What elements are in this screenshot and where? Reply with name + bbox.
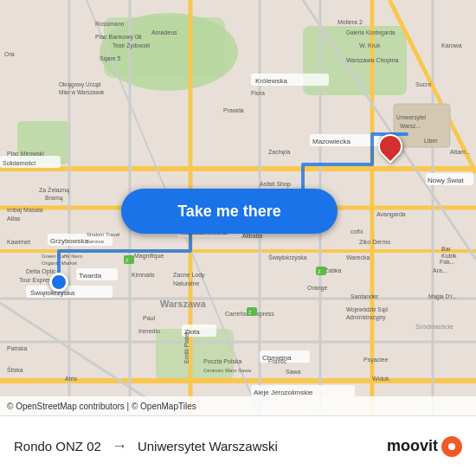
svg-text:Inmedio: Inmedio [138, 328, 160, 334]
svg-text:Atris: Atris [65, 376, 78, 382]
svg-text:Nowy Świat: Nowy Świat [428, 177, 465, 184]
svg-text:Ż: Ż [248, 310, 252, 315]
svg-text:Zacne Lody: Zacne Lody [173, 272, 205, 279]
destination-marker [378, 134, 402, 158]
svg-text:Warecka: Warecka [346, 254, 370, 261]
svg-text:Widok: Widok [372, 376, 389, 382]
svg-text:Świętokrzyska: Świętokrzyska [268, 254, 307, 261]
svg-text:cofix: cofix [351, 228, 363, 235]
svg-text:Plac Mirowski: Plac Mirowski [7, 151, 44, 157]
svg-text:Ż: Ż [125, 258, 129, 263]
svg-text:Ara...: Ara... [433, 267, 447, 273]
svg-text:W. Kruk: W. Kruk [359, 42, 381, 48]
svg-text:Sucre: Sucre [415, 81, 431, 87]
svg-text:Green Caffè Nero: Green Caffè Nero [42, 254, 83, 259]
route-arrow: → [112, 437, 127, 455]
svg-text:Kubik: Kubik [441, 253, 457, 259]
svg-text:Aleje Jerozolimskie: Aleje Jerozolimskie [254, 389, 313, 396]
svg-text:Liber: Liber [424, 138, 438, 144]
route-origin: Rondo ONZ 02 [14, 439, 101, 453]
svg-text:Rossmann: Rossmann [95, 21, 125, 27]
svg-text:Miar w Warszawie: Miar w Warszawie [59, 89, 105, 95]
svg-text:Centrum Wars Sawa: Centrum Wars Sawa [203, 368, 252, 373]
svg-text:Warszawa: Warszawa [160, 299, 207, 309]
svg-text:Ż: Ż [318, 269, 321, 274]
svg-text:Okręgowy Urząd: Okręgowy Urząd [59, 81, 101, 88]
svg-text:Poczta Polska: Poczta Polska [203, 358, 241, 364]
svg-text:Magnifique: Magnifique [134, 253, 164, 260]
svg-text:Atlas: Atlas [7, 215, 21, 222]
svg-text:Naturalne: Naturalne [173, 280, 199, 286]
svg-text:Warszawa Chopina: Warszawa Chopina [346, 57, 399, 64]
bottom-bar: Rondo ONZ 02 → Uniwersytet Warszawski mo… [0, 415, 476, 476]
svg-text:Flora: Flora [251, 90, 265, 96]
svg-text:Pańska: Pańska [7, 345, 27, 351]
svg-text:Sawa: Sawa [286, 369, 301, 375]
svg-text:Śródmieście: Śródmieście [415, 323, 454, 331]
svg-text:Amadeus: Amadeus [151, 29, 177, 35]
svg-text:Za Żelazną: Za Żelazną [39, 186, 69, 194]
svg-text:Frantic: Frantic [268, 358, 287, 364]
svg-text:Santander: Santander [351, 293, 379, 299]
moovit-icon [441, 436, 462, 457]
svg-text:Grzybowska: Grzybowska [50, 237, 89, 245]
svg-text:Service: Service [87, 239, 105, 244]
svg-text:Sqare 5: Sqare 5 [100, 55, 121, 62]
svg-text:Wojewódzki Sąd: Wojewódzki Sąd [346, 306, 388, 313]
svg-text:Moliera 2: Moliera 2 [338, 19, 363, 25]
svg-text:Paul: Paul [143, 315, 155, 321]
svg-text:Żabka: Żabka [325, 267, 342, 273]
svg-text:Emilii Plater: Emilii Plater [183, 331, 190, 363]
map-container: Królewska Świętokrzyska Marszałkowska Ma… [0, 0, 476, 415]
svg-text:Plac Bankowy 08: Plac Bankowy 08 [95, 34, 142, 41]
svg-text:Warsz...: Warsz... [400, 123, 421, 129]
svg-text:Shalom Travel: Shalom Travel [87, 232, 119, 237]
svg-text:Uniwersytet: Uniwersytet [396, 114, 426, 121]
svg-text:Bar: Bar [441, 246, 452, 252]
svg-text:Królewska: Królewska [255, 77, 287, 85]
svg-text:Galeria Kordegarda: Galeria Kordegarda [346, 29, 396, 36]
svg-text:Administracyjny: Administracyjny [346, 314, 386, 321]
svg-text:Karowa: Karowa [441, 42, 462, 48]
map-attribution: © OpenStreetMap contributors | © OpenMap… [0, 396, 476, 415]
svg-text:Mazowiecka: Mazowiecka [312, 138, 351, 145]
svg-text:Psyaclee: Psyaclee [363, 357, 389, 363]
svg-text:Zachęta: Zachęta [268, 149, 290, 156]
moovit-wordmark: moovit [387, 437, 438, 455]
svg-text:Altam...: Altam... [450, 149, 471, 155]
take-me-there-button[interactable]: Take me there [121, 189, 338, 234]
svg-text:Kimnails: Kimnails [132, 272, 155, 278]
svg-text:Kawimet: Kawimet [7, 239, 30, 245]
svg-text:Asfalt Shop: Asfalt Shop [260, 181, 291, 188]
svg-text:Teatr Żydowski: Teatr Żydowski [113, 42, 150, 49]
svg-text:Solidarności: Solidarności [3, 160, 36, 166]
svg-text:Imbaj Masala: Imbaj Masala [7, 207, 43, 214]
svg-text:Orange: Orange [307, 285, 327, 292]
origin-marker [49, 273, 68, 292]
svg-text:Ora: Ora [4, 51, 15, 57]
svg-text:Avangarda: Avangarda [376, 211, 406, 218]
svg-text:Prawda: Prawda [223, 107, 244, 113]
svg-text:Śliska: Śliska [7, 366, 23, 373]
svg-point-124 [448, 443, 455, 450]
moovit-logo: moovit [387, 436, 462, 457]
svg-text:Alibaba: Alibaba [242, 233, 262, 239]
svg-text:Fak...: Fak... [440, 259, 455, 265]
svg-text:Organic Market: Organic Market [42, 261, 77, 266]
svg-text:Bramą: Bramą [45, 195, 63, 202]
svg-text:Twarda: Twarda [79, 272, 102, 280]
svg-text:Magla D'r...: Magla D'r... [428, 293, 457, 300]
svg-text:Ziko Dermo: Ziko Dermo [359, 239, 390, 245]
route-destination: Uniwersytet Warszawski [138, 439, 278, 453]
